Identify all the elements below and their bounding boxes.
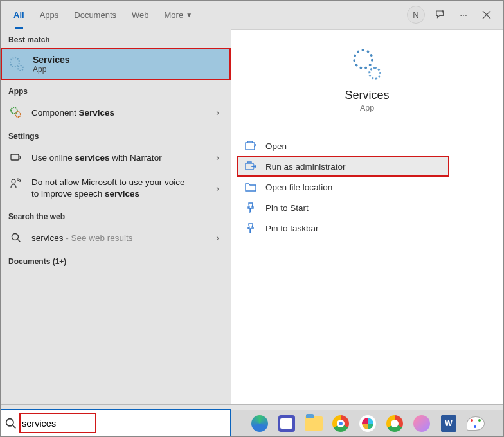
best-match-subtitle: App [33, 65, 70, 74]
taskbar-slack[interactable] [357, 413, 379, 434]
ellipsis-icon: ··· [460, 10, 467, 20]
svg-point-1 [15, 112, 21, 117]
action-run-as-administrator[interactable]: Run as administrator [237, 156, 449, 177]
svg-rect-2 [11, 154, 19, 160]
taskbar-app-pink[interactable] [411, 413, 433, 434]
services-icon [10, 57, 24, 71]
setting-text: Use online services with Narrator [32, 153, 222, 163]
more-options-button[interactable]: ··· [452, 4, 475, 25]
web-result-services[interactable]: services - See web results › [1, 225, 231, 251]
feedback-icon [435, 9, 446, 21]
detail-title: Services [345, 89, 389, 102]
svg-point-7 [6, 419, 14, 426]
taskbar: W [231, 410, 504, 437]
folder-icon [245, 182, 256, 192]
taskbar-chrome-canary[interactable] [384, 413, 406, 434]
web-result-text: services - See web results [32, 233, 222, 243]
taskbar-paint[interactable] [465, 413, 487, 434]
tabs-row: All Apps Documents Web More ▼ N ··· [1, 1, 503, 29]
action-label: Run as administrator [266, 162, 346, 172]
app-result-label: Component Services [32, 108, 222, 118]
best-match-item[interactable]: Services App [1, 48, 231, 80]
chevron-right-icon: › [216, 233, 219, 243]
user-avatar[interactable]: N [407, 6, 425, 24]
search-input-bar[interactable] [0, 410, 230, 437]
taskbar-teams[interactable] [276, 413, 298, 434]
action-label: Open [266, 141, 287, 151]
results-body: Best match Services App Apps Component S… [1, 29, 503, 404]
chevron-right-icon: › [216, 107, 219, 118]
section-apps: Apps [1, 80, 231, 100]
action-pin-to-start[interactable]: Pin to Start [237, 197, 497, 218]
tab-web[interactable]: Web [124, 1, 157, 29]
svg-rect-5 [246, 143, 255, 150]
section-settings: Settings [1, 125, 231, 145]
admin-icon [245, 161, 256, 172]
chevron-right-icon: › [216, 183, 219, 193]
tab-apps[interactable]: Apps [32, 1, 67, 29]
services-icon-large [352, 49, 382, 80]
action-label: Pin to Start [266, 203, 309, 213]
section-search-web: Search the web [1, 206, 231, 225]
chevron-right-icon: › [216, 152, 219, 163]
section-documents: Documents (1+) [1, 251, 231, 270]
section-best-match: Best match [1, 29, 231, 48]
taskbar-chrome[interactable] [330, 413, 352, 434]
app-result-component-services[interactable]: Component Services › [1, 100, 231, 125]
chevron-down-icon: ▼ [186, 12, 192, 19]
action-label: Pin to taskbar [266, 224, 319, 233]
results-left-panel: Best match Services App Apps Component S… [1, 29, 231, 404]
search-icon [5, 418, 17, 429]
pin-icon [245, 223, 256, 233]
feedback-button[interactable] [429, 4, 452, 25]
best-match-title: Services [33, 55, 70, 65]
narrator-icon [10, 151, 22, 164]
search-window: All Apps Documents Web More ▼ N ··· Best… [0, 0, 504, 405]
component-services-icon [10, 106, 22, 119]
close-icon [482, 10, 491, 19]
action-open[interactable]: Open [237, 136, 497, 156]
taskbar-word[interactable]: W [438, 413, 460, 434]
svg-point-4 [12, 234, 19, 240]
close-button[interactable] [475, 4, 498, 25]
setting-speech-services[interactable]: Do not allow Microsoft to use your voice… [1, 170, 231, 206]
action-pin-to-taskbar[interactable]: Pin to taskbar [237, 218, 497, 238]
search-input[interactable] [22, 418, 225, 429]
setting-text: Do not allow Microsoft to use your voice… [32, 177, 192, 199]
tab-documents[interactable]: Documents [66, 1, 124, 29]
action-label: Open file location [266, 183, 332, 192]
detail-subtitle: App [360, 103, 374, 112]
actions-list: Open Run as administrator Open file loca… [231, 123, 503, 238]
best-match-text: Services App [33, 55, 70, 74]
detail-header: Services App [231, 30, 503, 123]
action-open-file-location[interactable]: Open file location [237, 177, 497, 197]
taskbar-edge[interactable] [249, 413, 271, 434]
detail-panel: Services App Open Run as administrator O… [231, 29, 503, 404]
open-icon [245, 141, 256, 151]
tab-more[interactable]: More ▼ [157, 1, 201, 29]
tab-more-label: More [165, 10, 184, 20]
taskbar-file-explorer[interactable] [303, 413, 325, 434]
search-icon [10, 231, 22, 244]
pin-icon [245, 202, 256, 213]
speech-icon [10, 177, 22, 190]
tab-all[interactable]: All [6, 1, 32, 29]
setting-narrator-services[interactable]: Use online services with Narrator › [1, 145, 231, 170]
svg-point-3 [12, 179, 15, 183]
